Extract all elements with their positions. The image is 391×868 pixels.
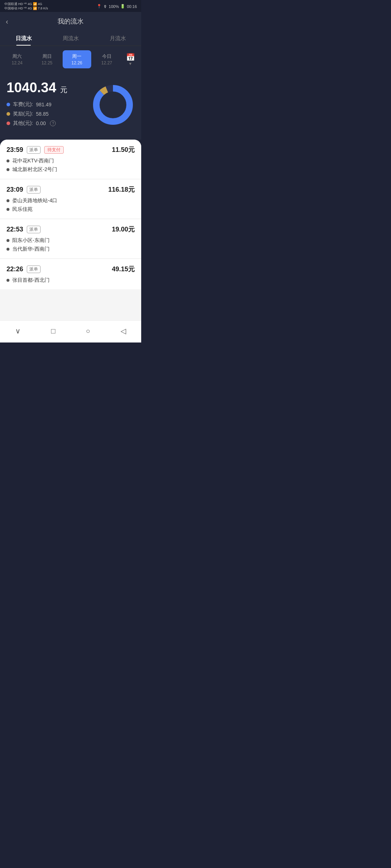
order-header-3: 22:53 派单 19.00元	[7, 225, 135, 234]
order-card-3: 22:53 派单 19.00元 阳东小区-东南门 当代新华-西南门	[0, 219, 141, 258]
nav-square[interactable]: □	[44, 326, 63, 337]
order-route-1: 花中花KTV-西南门 城北新村北区-2号门	[7, 158, 135, 173]
donut-svg	[91, 83, 135, 127]
total-amount: 1040.34 元	[7, 80, 67, 95]
order-amount-1: 11.50元	[112, 145, 135, 154]
route-from-1: 花中花KTV-西南门	[7, 158, 135, 164]
route-from-2: 娄山关路地铁站-4口	[7, 197, 135, 204]
calendar-icon: 📅	[122, 53, 138, 61]
route-to-2: 民乐佳苑	[7, 206, 135, 213]
other-row: 其他(元): 0.00 ?	[7, 120, 67, 127]
status-right: 📍 🎙 100% 🔋 00:16	[97, 4, 137, 9]
status-bar: 中国联通 HD ᴴᴰ 4G 📶 4G 中国移动 HD ᴴᴰ 4G 📶 7.8 K…	[0, 0, 141, 12]
order-time-1: 23:59	[7, 146, 23, 154]
tab-day[interactable]: 日流水	[0, 31, 47, 46]
order-header-left-4: 22:26 派单	[7, 265, 41, 273]
route-dot-from-4	[7, 279, 9, 282]
order-time-2: 23:09	[7, 186, 23, 193]
header: ‹ 我的流水	[0, 12, 141, 31]
order-card-4: 22:26 派单 49.15元 张目首都-西北门	[0, 259, 141, 289]
bottom-nav: ∨ □ ○ ◁	[0, 320, 141, 342]
order-card-1: 23:59 派单 待支付 11.50元 花中花KTV-西南门 城北新村北区-2号…	[0, 140, 141, 179]
route-dot-from-2	[7, 199, 9, 202]
order-header-left-3: 22:53 派单	[7, 226, 41, 233]
fare-dot	[7, 103, 10, 106]
order-badge-2: 派单	[27, 186, 41, 193]
order-header-left-2: 23:09 派单	[7, 186, 41, 193]
order-time-3: 22:53	[7, 226, 23, 233]
route-to-1: 城北新村北区-2号门	[7, 166, 135, 173]
orders-section: 23:59 派单 待支付 11.50元 花中花KTV-西南门 城北新村北区-2号…	[0, 140, 141, 320]
day-sunday[interactable]: 周日 12.25	[33, 50, 62, 68]
nav-circle[interactable]: ○	[79, 326, 97, 337]
day-monday[interactable]: 周一 12.26	[63, 50, 91, 68]
order-amount-4: 49.15元	[112, 265, 135, 273]
order-card-2: 23:09 派单 116.18元 娄山关路地铁站-4口 民乐佳苑	[0, 179, 141, 218]
day-saturday[interactable]: 周六 12.24	[3, 50, 31, 68]
page-title: 我的流水	[58, 17, 84, 26]
donut-chart	[91, 83, 135, 127]
order-route-4: 张目首都-西北门	[7, 277, 135, 284]
other-dot	[7, 122, 10, 125]
route-dot-to-3	[7, 248, 9, 251]
order-route-3: 阳东小区-东南门 当代新华-西南门	[7, 237, 135, 252]
order-amount-2: 116.18元	[108, 185, 135, 194]
battery-icon: 🔋	[120, 4, 125, 9]
mobile-text: 中国移动 HD ᴴᴰ 4G 📶 7.8 K/s	[4, 7, 48, 11]
route-dot-to-2	[7, 208, 9, 211]
bonus-row: 奖励(元): 58.85	[7, 111, 67, 117]
tab-bar: 日流水 周流水 月流水	[0, 31, 141, 46]
clock: 00:16	[127, 4, 137, 9]
order-route-2: 娄山关路地铁站-4口 民乐佳苑	[7, 197, 135, 213]
order-header-4: 22:26 派单 49.15元	[7, 265, 135, 273]
fare-row: 车费(元): 981.49	[7, 101, 67, 108]
bonus-dot	[7, 112, 10, 116]
day-today[interactable]: 今日 12.27	[93, 50, 121, 68]
carrier-text: 中国联通 HD ᴴᴰ 4G 📶 4G	[4, 2, 48, 7]
order-badge-4: 派单	[27, 265, 41, 273]
order-time-4: 22:26	[7, 265, 23, 273]
route-dot-to-1	[7, 168, 9, 171]
nav-chevron-down[interactable]: ∨	[8, 325, 28, 337]
order-badge-3: 派单	[27, 226, 41, 233]
route-to-3: 当代新华-西南门	[7, 246, 135, 252]
tab-week[interactable]: 周流水	[47, 31, 94, 46]
mic-icon: 🎙	[103, 4, 107, 9]
order-header-left-1: 23:59 派单 待支付	[7, 146, 64, 154]
info-icon[interactable]: ?	[50, 120, 56, 126]
order-header-1: 23:59 派单 待支付 11.50元	[7, 145, 135, 154]
nav-triangle[interactable]: ◁	[113, 325, 133, 337]
back-button[interactable]: ‹	[6, 17, 8, 26]
route-from-3: 阳东小区-东南门	[7, 237, 135, 244]
order-header-2: 23:09 派单 116.18元	[7, 185, 135, 194]
order-amount-3: 19.00元	[112, 225, 135, 234]
route-dot-from-1	[7, 159, 9, 162]
route-from-4: 张目首都-西北门	[7, 277, 135, 284]
svg-point-1	[96, 88, 130, 122]
order-pending-badge-1: 待支付	[44, 146, 64, 154]
carrier-info: 中国联通 HD ᴴᴰ 4G 📶 4G 中国移动 HD ᴴᴰ 4G 📶 7.8 K…	[4, 2, 48, 10]
battery-text: 100%	[109, 4, 119, 9]
route-dot-from-3	[7, 239, 9, 242]
calendar-button[interactable]: 📅 ▼	[122, 53, 138, 66]
stats-panel: 1040.34 元 车费(元): 981.49 奖励(元): 58.85 其他(…	[0, 73, 141, 140]
location-icon: 📍	[97, 4, 102, 9]
stats-left: 1040.34 元 车费(元): 981.49 奖励(元): 58.85 其他(…	[7, 80, 67, 129]
order-badge-1: 派单	[27, 146, 41, 154]
tab-month[interactable]: 月流水	[94, 31, 141, 46]
day-selector: 周六 12.24 周日 12.25 周一 12.26 今日 12.27 📅 ▼	[0, 46, 141, 73]
